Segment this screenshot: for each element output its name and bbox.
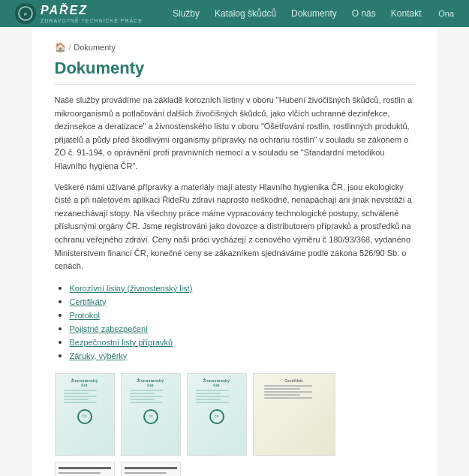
doc-thumb-3[interactable]: Certifikát [253,373,335,456]
breadcrumb-current: Dokumenty [74,43,116,52]
doc-link-5[interactable]: Záruky, výběrky [70,351,128,360]
logo-subtitle: ZDRAVOTNĚ TECHNICKÉ PRÁCE [41,18,143,23]
nav-dokumenty[interactable]: Dokumenty [291,8,337,19]
doc-link-4[interactable]: Bezpečnostní listy přípravků [70,338,173,347]
info-text: Veškeré námi úžívané přípravky a materiá… [55,181,415,273]
logo-icon: P [15,3,36,24]
main-nav: Služby Katalog škůdců Dokumenty O nás Ko… [173,8,422,19]
doc-link-3[interactable]: Pojistné zabezpečení [70,324,149,333]
nav-katalog[interactable]: Katalog škůdců [215,8,276,19]
breadcrumb-separator: / [69,44,71,52]
doc-link-1[interactable]: Certifikáty [70,297,107,306]
doc-thumb-0[interactable]: Živnostenskýlist ČR [55,373,115,456]
intro-text: Naše služby provádíme na základě korozní… [55,94,415,173]
page-title: Dokumenty [55,59,415,85]
nav-kontakt[interactable]: Kontakt [391,8,422,19]
user-name: Ona [438,9,454,18]
docs-row-2: ★ [55,462,415,476]
main-content: 🏠 / Dokumenty Dokumenty Naše služby prov… [0,27,469,476]
doc-link-2[interactable]: Protokol [70,311,100,320]
logo[interactable]: P PAŘEZ ZDRAVOTNĚ TECHNICKÉ PRÁCE [15,3,143,24]
breadcrumb-home[interactable]: 🏠 [55,42,66,53]
docs-row-1: Živnostenskýlist ČR Živnostenskýlist [55,373,415,456]
doc-thumb-4[interactable] [55,462,115,476]
doc-thumb-1[interactable]: Živnostenskýlist ČR [121,373,181,456]
header: P PAŘEZ ZDRAVOTNĚ TECHNICKÉ PRÁCE Služby… [0,0,469,27]
doc-thumb-2[interactable]: Živnostenskýlist ČR [187,373,247,456]
document-links: Korozívní lisiny (živnostenský list) Cer… [55,282,415,361]
logo-text-block: PAŘEZ ZDRAVOTNĚ TECHNICKÉ PRÁCE [41,4,143,23]
logo-name: PAŘEZ [41,4,143,17]
breadcrumb: 🏠 / Dokumenty [55,42,415,53]
doc-thumb-5[interactable]: ★ [121,462,181,476]
nav-sluzby[interactable]: Služby [173,8,200,19]
nav-onas[interactable]: O nás [352,8,376,19]
doc-link-0[interactable]: Korozívní lisiny (živnostenský list) [70,284,193,293]
content-inner: 🏠 / Dokumenty Dokumenty Naše služby prov… [32,27,437,476]
svg-text:P: P [24,12,27,17]
